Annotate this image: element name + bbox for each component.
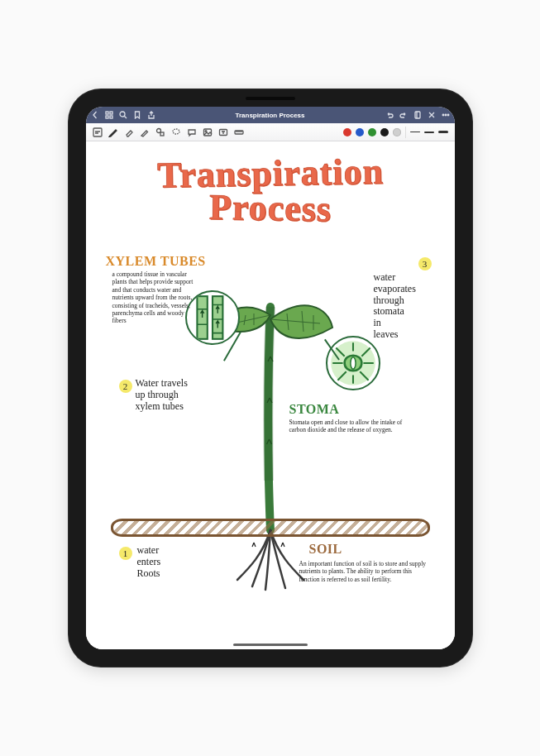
soil-heading: SOIL (309, 542, 342, 557)
note-canvas[interactable]: Transpiration Process (86, 141, 455, 649)
more-icon[interactable] (442, 111, 450, 119)
toolbar-divider (405, 127, 406, 138)
svg-rect-2 (106, 116, 108, 118)
lasso-tool-icon[interactable] (171, 127, 181, 137)
redo-icon[interactable] (399, 111, 408, 119)
stoma-heading: STOMA (289, 402, 340, 417)
step-2-text: Water travels up through xylem tubes (136, 378, 235, 412)
svg-rect-0 (106, 112, 108, 114)
document-title: Transpiration Process (160, 112, 380, 119)
textbox-tool-icon[interactable] (218, 127, 228, 137)
svg-point-6 (442, 114, 444, 116)
bookmark-icon[interactable] (133, 111, 141, 119)
readonly-tool-icon[interactable] (93, 127, 103, 137)
svg-rect-1 (110, 112, 112, 114)
step-1-text: water enters Roots (137, 545, 220, 579)
stroke-thin[interactable] (410, 132, 420, 132)
step-2-badge: 2 (119, 380, 132, 393)
notebook-icon[interactable] (413, 111, 422, 119)
undo-icon[interactable] (385, 111, 394, 119)
share-icon[interactable] (147, 111, 155, 119)
tool-toolbar (86, 123, 455, 141)
search-icon[interactable] (119, 111, 127, 119)
svg-rect-11 (160, 132, 164, 136)
xylem-heading: XYLEM TUBES (106, 254, 206, 269)
stroke-thick[interactable] (438, 131, 448, 133)
svg-rect-9 (93, 128, 102, 136)
svg-point-8 (447, 114, 449, 116)
svg-point-25 (350, 357, 355, 369)
home-indicator[interactable] (233, 644, 308, 646)
xylem-desc: a compound tissue in vascular plants tha… (112, 270, 195, 325)
note-title-line2: Process (86, 188, 455, 229)
svg-rect-3 (110, 116, 112, 118)
color-grey[interactable] (393, 128, 401, 136)
eraser-tool-icon[interactable] (124, 127, 134, 137)
highlighter-tool-icon[interactable] (140, 127, 150, 137)
close-icon[interactable] (428, 111, 436, 119)
camera-notch (246, 97, 295, 100)
note-title: Transpiration Process (86, 141, 455, 226)
color-blue[interactable] (356, 128, 364, 136)
stoma-magnifier (326, 336, 380, 390)
grid-icon[interactable] (105, 111, 113, 119)
color-red[interactable] (343, 128, 351, 136)
step-3-badge: 3 (418, 257, 432, 270)
ipad-device-frame: Transpiration Process (68, 89, 473, 667)
pen-tool-icon[interactable] (108, 127, 118, 137)
ruler-tool-icon[interactable] (234, 127, 244, 137)
stoma-desc: Stomata open and close to allow the inta… (289, 419, 405, 434)
svg-point-12 (173, 129, 179, 134)
diagram-area: XYLEM TUBES a compound tissue in vascula… (86, 249, 455, 649)
svg-point-14 (205, 130, 207, 132)
soil-desc: An important function of soil is to stor… (299, 560, 432, 583)
svg-point-7 (445, 114, 447, 116)
comment-tool-icon[interactable] (187, 127, 197, 137)
image-tool-icon[interactable] (203, 127, 213, 137)
shapes-tool-icon[interactable] (155, 127, 165, 137)
app-screen: Transpiration Process (86, 107, 455, 649)
step-3-text: water evaporates through stomata in leav… (374, 272, 438, 341)
back-icon[interactable] (91, 111, 99, 119)
color-black[interactable] (380, 128, 389, 136)
color-green[interactable] (368, 128, 376, 136)
stroke-med[interactable] (424, 132, 434, 133)
step-1-badge: 1 (119, 547, 132, 560)
svg-point-4 (120, 112, 125, 117)
app-titlebar: Transpiration Process (86, 107, 455, 123)
svg-rect-5 (415, 112, 420, 118)
soil-band (111, 519, 430, 537)
